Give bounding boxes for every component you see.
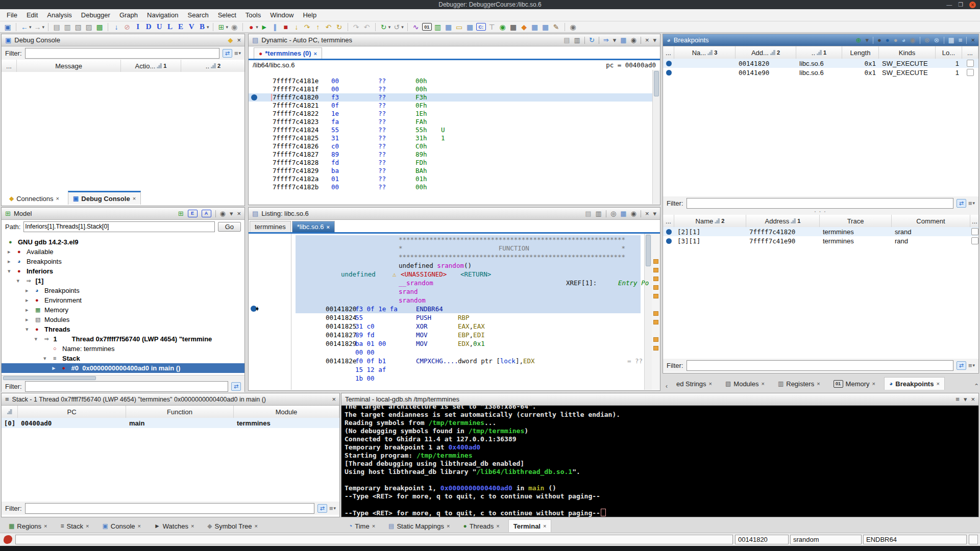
hex-row[interactable]: 7ffff7c4182b00??00h xyxy=(249,183,653,191)
action-v-icon[interactable]: V xyxy=(187,22,196,32)
enabled-checkbox[interactable] xyxy=(967,60,974,67)
close-tab-icon[interactable]: × xyxy=(191,523,194,529)
action-b-icon[interactable]: B xyxy=(198,22,207,32)
menu-window[interactable]: Window xyxy=(265,10,298,20)
close-tab-icon[interactable]: × xyxy=(44,523,47,529)
interrupt-now-icon[interactable]: ∿ xyxy=(411,22,421,32)
tree-expander-icon[interactable]: ▾ xyxy=(8,266,11,276)
column-header-icon[interactable] xyxy=(2,406,18,418)
hex-row[interactable]: 7ffff7c4181f00??00h xyxy=(249,85,653,93)
tree-node-threads[interactable]: ▾●Threads xyxy=(2,324,244,334)
table-row[interactable]: [3][1]7ffff7c41e90termminesrand xyxy=(663,236,978,245)
close-icon[interactable]: × xyxy=(645,37,649,43)
bookmarks-icon[interactable]: ▥ xyxy=(433,22,443,32)
listing-line[interactable]: __srandomXREF[1]:Entry Po xyxy=(249,279,649,287)
tree-expander-icon[interactable]: ▾ xyxy=(43,354,46,363)
table-view-icon[interactable]: ▦ xyxy=(530,22,540,32)
close-tab-icon[interactable]: × xyxy=(496,523,499,529)
action-i-icon[interactable]: I xyxy=(133,22,142,32)
column-header-address[interactable]: Address1 xyxy=(746,215,820,227)
hex-row[interactable]: 7ffff7c4182531??31h1 xyxy=(249,134,653,142)
patch-icon[interactable]: ▤ xyxy=(52,22,61,32)
column-header-module[interactable]: Module xyxy=(234,406,339,418)
path-input[interactable] xyxy=(23,221,214,232)
breakpoint-dot[interactable] xyxy=(666,70,672,76)
listing-line[interactable]: 00141820f3 0f 1e faENDBR64➧ xyxy=(249,305,649,313)
chevron-down-icon[interactable]: ▾ xyxy=(964,396,967,403)
chevron-down-icon[interactable]: ▾ xyxy=(653,210,656,217)
memory-map-icon[interactable]: ▦ xyxy=(444,22,453,32)
close-tab-icon[interactable]: × xyxy=(314,51,317,57)
column-header-icon[interactable]: ..2 xyxy=(181,60,246,72)
patch-paste-icon[interactable]: ▧ xyxy=(74,22,83,32)
open-project-icon[interactable]: ▭ xyxy=(455,22,464,32)
model-header[interactable]: ⊞ Model ⊞EA◉▾× xyxy=(2,208,244,220)
table-row[interactable]: 00141820libc.so.60x1SW_EXECUTE1 xyxy=(663,59,978,68)
tree-expander-icon[interactable]: ▾ xyxy=(26,324,29,334)
enabled-checkbox[interactable] xyxy=(971,237,978,244)
action-e-icon[interactable]: E xyxy=(176,22,185,32)
compiler-icon[interactable]: C: xyxy=(476,23,486,31)
hamburger-icon[interactable]: ≡ xyxy=(955,396,960,403)
diamond-icon[interactable]: ◆ xyxy=(520,22,529,32)
chevron-down-icon[interactable]: ▾ xyxy=(230,210,233,217)
chevron-down-icon[interactable]: ▾ xyxy=(613,37,617,43)
column-header-name[interactable]: Name2 xyxy=(674,215,746,227)
column-header-icon[interactable]: ... xyxy=(970,215,979,227)
tree-node-name-termmines[interactable]: ○Name: termmines xyxy=(2,344,244,354)
tab-symbol-tree[interactable]: ◆Symbol Tree× xyxy=(203,520,262,532)
close-icon[interactable]: × xyxy=(971,396,975,403)
column-header-na[interactable]: Na...3 xyxy=(674,46,736,59)
scrollbar-thumb[interactable] xyxy=(3,376,96,380)
tab-ed-strings[interactable]: ed Strings× xyxy=(672,378,717,390)
tree-expander-icon[interactable]: ▸ xyxy=(8,257,11,266)
debug-console-header[interactable]: ▣ Debug Console ◆× xyxy=(2,34,244,46)
camera-icon[interactable]: ◉ xyxy=(631,37,636,43)
paste-icon[interactable]: ▥ xyxy=(596,210,602,217)
interrupt-icon[interactable]: ∥ xyxy=(271,22,280,32)
tree-node-0-0x000000000040[interactable]: ▸●#0 0x0000000000400ad0 in main () xyxy=(2,363,244,373)
hex-row[interactable]: 7ffff7c41823fa??FAh xyxy=(249,118,653,126)
column-header-icon[interactable]: ... xyxy=(962,46,978,59)
tree-icon[interactable]: ⊞ xyxy=(178,210,184,217)
dot-gray-icon[interactable]: ● xyxy=(894,37,898,43)
close-tab-icon[interactable]: × xyxy=(761,381,764,387)
column-header-kinds[interactable]: Kinds xyxy=(879,46,936,59)
chip-a-icon[interactable]: A xyxy=(202,210,211,217)
nav-forward-icon[interactable]: → xyxy=(33,22,42,32)
breakpoint-dot[interactable] xyxy=(251,94,257,101)
menu-help[interactable]: Help xyxy=(298,10,321,20)
tree-node-memory[interactable]: ▸▦Memory xyxy=(2,305,244,315)
close-tab-icon[interactable]: × xyxy=(817,381,820,387)
tab-stack[interactable]: ≡Stack× xyxy=(56,520,93,532)
menu-file[interactable]: File xyxy=(2,10,22,20)
dot-blue-icon[interactable]: ● xyxy=(886,37,890,43)
close-icon[interactable]: × xyxy=(332,396,336,403)
menu-select[interactable]: Select xyxy=(213,10,241,20)
tree-expander-icon[interactable]: ▸ xyxy=(53,363,56,373)
close-icon[interactable]: × xyxy=(237,37,241,43)
chevron-down-icon[interactable]: ▾ xyxy=(865,37,869,43)
column-header-actio[interactable]: Actio...1 xyxy=(121,60,181,72)
patch-merge-icon[interactable]: ▨ xyxy=(84,22,93,32)
tab-debug-console[interactable]: ▣Debug Console× xyxy=(68,191,141,205)
brush-icon[interactable]: ✎ xyxy=(552,22,561,32)
tree-expander-icon[interactable]: ▾ xyxy=(17,276,20,286)
enabled-checkbox[interactable] xyxy=(967,69,974,76)
close-icon[interactable]: × xyxy=(969,2,976,8)
close-tab-icon[interactable]: × xyxy=(86,523,89,529)
tree-node-inferiors[interactable]: ▾●Inferiors xyxy=(2,266,244,276)
filter-input[interactable] xyxy=(25,503,314,514)
listing-line[interactable]: 0014182ef0 0f b1CMPXCHG....dword ptr [lo… xyxy=(249,357,649,365)
close-icon[interactable]: × xyxy=(971,37,975,43)
dropdown-arrow-icon[interactable]: ▾ xyxy=(972,363,975,368)
hex-row[interactable]: 7ffff7c41828fd??FDh xyxy=(249,159,653,167)
column-header-icon[interactable]: ... xyxy=(663,46,674,59)
table-icon[interactable]: ▦ xyxy=(620,210,626,217)
hex-row[interactable]: 7ffff7c418210f??0Fh xyxy=(249,102,653,110)
step-last-icon[interactable]: ↻ xyxy=(335,22,344,32)
hex-row[interactable]: 7ffff7c41820f3??F3h xyxy=(249,93,653,102)
copy-icon[interactable]: ▤ xyxy=(585,210,591,217)
close-icon[interactable]: × xyxy=(645,210,649,217)
listing-line[interactable]: ****************************************… xyxy=(249,235,649,244)
